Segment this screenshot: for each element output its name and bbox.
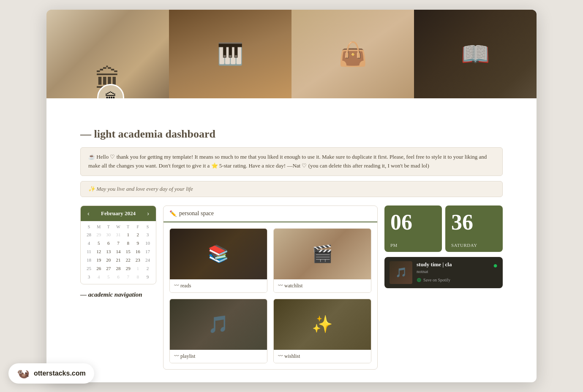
personal-space-label: personal space [179, 210, 214, 217]
calendar-day[interactable]: 15 [123, 248, 133, 255]
calendar-day[interactable]: 10 [143, 239, 153, 247]
calendar-day[interactable]: 20 [104, 256, 113, 264]
spotify-save-label: Save on Spotify [423, 278, 450, 282]
calendar-day[interactable]: 26 [94, 265, 104, 272]
calendar-day[interactable]: 9 [143, 273, 153, 281]
calendar-day[interactable]: 21 [113, 256, 123, 264]
spotify-widget: 🎵 study time | cla notnat ⊕ Save on Spot… [384, 257, 503, 288]
calendar-days: 2829303112345678910111213141516171819202… [84, 231, 153, 281]
calendar-day[interactable]: 29 [94, 231, 104, 238]
calendar-day[interactable]: 3 [143, 231, 153, 238]
calendar-day[interactable]: 22 [123, 256, 133, 264]
calendar-day[interactable]: 30 [104, 231, 113, 238]
calendar-day[interactable]: 9 [133, 239, 143, 247]
spotify-album-art: 🎵 [390, 261, 412, 284]
card-wishlist[interactable]: ✨ 〰 wishlist [273, 299, 371, 363]
card-reads-label: 〰 reads [170, 279, 267, 292]
calendar-day[interactable]: 1 [133, 265, 143, 272]
left-column: ‹ February 2024 › S M T W T F S [80, 205, 156, 298]
card-reads[interactable]: 📚 〰 reads [169, 228, 267, 293]
right-column: 06 PM 36 SATURDAY 🎵 study time | cla not… [384, 205, 503, 288]
personal-space-icon: ✏️ [169, 210, 177, 217]
quote-text: May you live and love every day of your … [96, 186, 193, 192]
day-header-f: F [133, 224, 143, 229]
calendar-day-headers: S M T W T F S [84, 224, 153, 229]
browser-window: 🏛 — light academia dashboard ☕ Hello ♡ t… [46, 10, 537, 382]
calendar-month-label: February 2024 [101, 210, 136, 217]
calendar-day[interactable]: 5 [104, 273, 113, 281]
page-title: — light academia dashboard [80, 128, 503, 141]
avatar-wrap: 🏛 [97, 84, 124, 98]
calendar-day[interactable]: 2 [133, 231, 143, 238]
day-header-t1: T [104, 224, 113, 229]
calendar-prev-button[interactable]: ‹ [85, 209, 92, 218]
clock-minute: 36 [451, 211, 499, 233]
bottom-bar: 🦦 otterstacks.com [8, 363, 94, 384]
card-wishlist-label: 〰 wishlist [274, 350, 371, 363]
clock-hour: 06 [390, 211, 438, 233]
calendar-day[interactable]: 16 [133, 248, 143, 255]
card-playlist-image: 🎵 [170, 299, 267, 350]
calendar-day[interactable]: 8 [133, 273, 143, 281]
calendar-day[interactable]: 24 [143, 256, 153, 264]
calendar-header: ‹ February 2024 › [81, 206, 156, 221]
calendar-day[interactable]: 2 [143, 265, 153, 272]
academic-nav-label: — academic navigation [80, 291, 156, 298]
day-header-m: M [94, 224, 104, 229]
hero-panel-bag [292, 10, 414, 98]
calendar-day[interactable]: 19 [94, 256, 104, 264]
clock-day: SATURDAY [451, 243, 499, 248]
calendar-day[interactable]: 14 [113, 248, 123, 255]
personal-space-widget: ✏️ personal space 📚 〰 reads 🎬 〰 watchlis… [163, 205, 378, 370]
calendar-day[interactable]: 3 [84, 273, 94, 281]
spotify-logo: ● [493, 261, 498, 270]
calendar-day[interactable]: 5 [94, 239, 104, 247]
calendar-day[interactable]: 18 [84, 256, 94, 264]
calendar-day[interactable]: 28 [84, 231, 94, 238]
calendar-widget: ‹ February 2024 › S M T W T F S [80, 205, 156, 284]
calendar-day[interactable]: 4 [94, 273, 104, 281]
hero-banner: 🏛 [46, 10, 537, 98]
clock-period: PM [390, 243, 438, 248]
calendar-day[interactable]: 17 [143, 248, 153, 255]
calendar-day[interactable]: 31 [113, 231, 123, 238]
calendar-day[interactable]: 25 [84, 265, 94, 272]
bottom-domain: otterstacks.com [34, 370, 86, 377]
card-playlist[interactable]: 🎵 〰 playlist [169, 299, 267, 363]
spotify-save-button[interactable]: ⊕ Save on Spotify [417, 276, 489, 284]
calendar-day[interactable]: 13 [104, 248, 113, 255]
page-title-text: — light academia dashboard [80, 128, 215, 140]
day-header-t2: T [123, 224, 133, 229]
calendar-day[interactable]: 7 [123, 273, 133, 281]
calendar-day[interactable]: 11 [84, 248, 94, 255]
avatar: 🏛 [97, 84, 124, 98]
calendar-day[interactable]: 7 [113, 239, 123, 247]
calendar-day[interactable]: 8 [123, 239, 133, 247]
hero-panel-piano [169, 10, 292, 98]
calendar-day[interactable]: 28 [113, 265, 123, 272]
calendar-day[interactable]: 4 [84, 239, 94, 247]
calendar-day[interactable]: 6 [113, 273, 123, 281]
calendar-day[interactable]: 27 [104, 265, 113, 272]
clock-widget: 06 PM 36 SATURDAY [384, 205, 503, 252]
card-playlist-label: 〰 playlist [170, 350, 267, 363]
day-header-w: W [113, 224, 123, 229]
personal-space-content: 📚 〰 reads 🎬 〰 watchlist 🎵 〰 playlist ✨ 〰… [163, 222, 377, 369]
card-wishlist-image: ✨ [274, 299, 371, 350]
calendar-day[interactable]: 12 [94, 248, 104, 255]
day-header-s2: S [143, 224, 153, 229]
personal-space-header: ✏️ personal space [163, 206, 377, 222]
card-watchlist-image: 🎬 [274, 229, 371, 279]
calendar-day[interactable]: 29 [123, 265, 133, 272]
calendar-day[interactable]: 1 [123, 231, 133, 238]
calendar-grid: S M T W T F S 28293031123456789101112131… [81, 221, 156, 284]
card-watchlist[interactable]: 🎬 〰 watchlist [273, 228, 371, 293]
calendar-next-button[interactable]: › [144, 209, 152, 218]
notice-text: Hello ♡ thank you for getting my templat… [88, 154, 487, 169]
calendar-day[interactable]: 23 [133, 256, 143, 264]
calendar-day[interactable]: 6 [104, 239, 113, 247]
quote-box: ✨ May you live and love every day of you… [80, 181, 503, 197]
card-watchlist-label: 〰 watchlist [274, 279, 371, 292]
spotify-artist: notnat [417, 269, 489, 274]
spotify-info: study time | cla notnat ⊕ Save on Spotif… [417, 261, 489, 284]
